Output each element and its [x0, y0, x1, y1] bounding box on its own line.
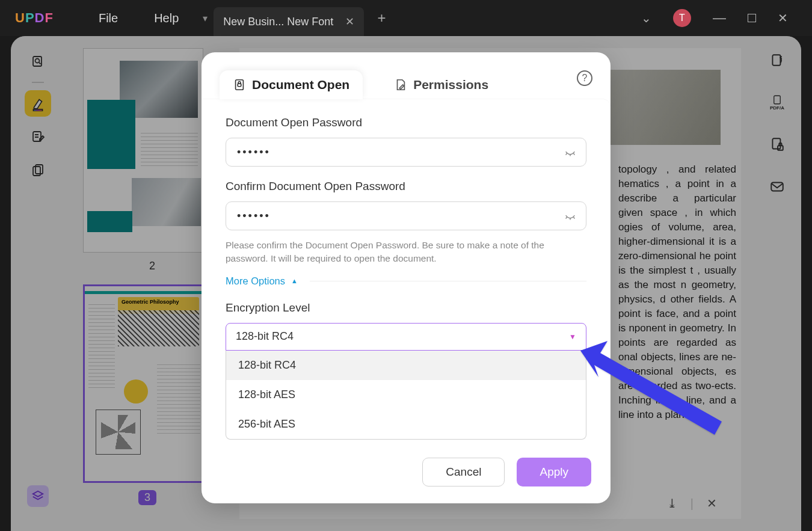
modal-tabs: Document Open Permissions ?	[201, 52, 611, 99]
caret-up-icon: ▲	[291, 277, 298, 284]
main-menu: File Help	[99, 11, 179, 25]
tab-document-open[interactable]: Document Open	[220, 70, 363, 99]
tab-title: New Busin... New Font	[223, 16, 333, 28]
encryption-label: Encryption Level	[226, 301, 586, 315]
svg-line-19	[566, 217, 567, 219]
encryption-option-aes128[interactable]: 128-bit AES	[226, 380, 586, 410]
modal-footer: Cancel Apply	[201, 446, 611, 503]
show-confirm-password-icon[interactable]	[564, 210, 577, 226]
maximize-icon[interactable]	[748, 14, 756, 22]
encryption-select[interactable]: 128-bit RC4 ▼	[226, 323, 586, 351]
chevron-down-icon[interactable]: ⌄	[641, 11, 651, 25]
tab-bar: ▾ New Busin... New Font ✕ +	[197, 0, 386, 36]
password-input[interactable]	[226, 138, 586, 167]
title-bar: UPDF File Help ▾ New Busin... New Font ✕…	[0, 0, 812, 36]
cancel-button[interactable]: Cancel	[422, 458, 505, 486]
caret-down-icon: ▼	[569, 333, 576, 341]
document-tab[interactable]: New Busin... New Font ✕	[214, 7, 364, 36]
confirm-password-input[interactable]	[226, 201, 586, 230]
show-password-icon[interactable]	[564, 146, 577, 162]
encryption-option-aes256[interactable]: 256-bit AES	[226, 410, 586, 439]
help-icon[interactable]: ?	[577, 70, 592, 86]
encrypt-modal: Document Open Permissions ? Document Ope…	[201, 52, 611, 503]
tab-dropdown-icon[interactable]: ▾	[197, 13, 214, 24]
minimize-icon[interactable]: —	[713, 10, 726, 26]
svg-line-21	[574, 217, 575, 219]
menu-file[interactable]: File	[99, 11, 118, 25]
svg-line-16	[566, 153, 567, 155]
encryption-option-rc4[interactable]: 128-bit RC4	[226, 351, 586, 380]
helper-text: Please confirm the Document Open Passwor…	[226, 239, 586, 266]
encryption-dropdown: 128-bit RC4 128-bit AES 256-bit AES	[226, 351, 586, 440]
window-controls: ⌄ T — ✕	[641, 9, 812, 27]
app-logo: UPDF	[15, 10, 54, 26]
apply-button[interactable]: Apply	[517, 458, 591, 486]
confirm-password-label: Confirm Document Open Password	[226, 180, 586, 193]
svg-rect-15	[238, 84, 241, 87]
new-tab-button[interactable]: +	[377, 10, 386, 26]
close-window-icon[interactable]: ✕	[778, 11, 788, 25]
close-tab-icon[interactable]: ✕	[345, 15, 354, 28]
user-avatar[interactable]: T	[673, 9, 691, 27]
svg-line-18	[574, 153, 575, 155]
menu-help[interactable]: Help	[154, 11, 179, 25]
more-options-toggle[interactable]: More Options ▲	[226, 275, 586, 287]
tab-permissions[interactable]: Permissions	[381, 70, 502, 99]
password-label: Document Open Password	[226, 116, 586, 129]
